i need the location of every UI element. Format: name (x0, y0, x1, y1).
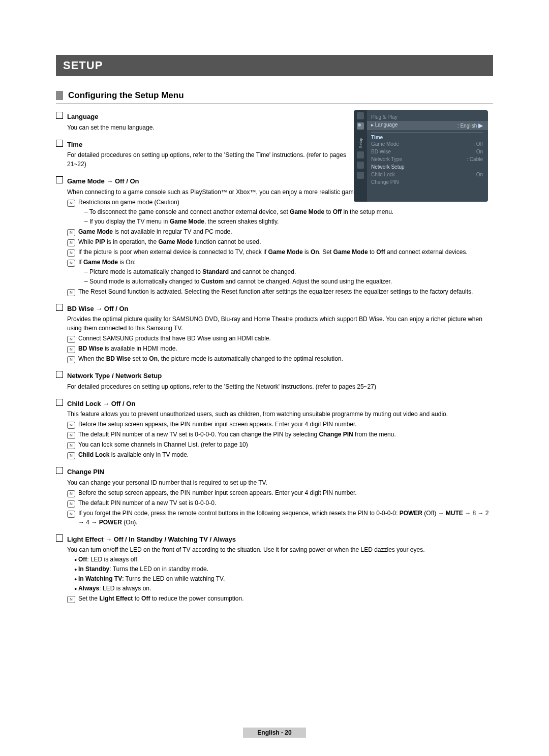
item-light-effect: Light Effect → Off / In Standby / Watchi… (56, 534, 493, 604)
item-child-lock: Child Lock → Off / On This feature allow… (56, 398, 493, 460)
osd-nettype-value: : Cable (467, 156, 483, 162)
note-icon: N (67, 289, 75, 296)
note-icon: N (67, 200, 75, 207)
checkbox-icon (56, 467, 63, 474)
note-text: Before the setup screen appears, the PIN… (78, 488, 493, 497)
item-title: Language (67, 112, 98, 122)
item-title: Time (67, 140, 82, 150)
note-text: While PIP is in operation, the Game Mode… (78, 237, 493, 246)
note-icon: N (67, 249, 75, 257)
section-marker-icon (56, 91, 63, 100)
note-text: If you forget the PIN code, press the re… (78, 509, 493, 527)
footer-page: 20 (285, 729, 291, 736)
osd-tab-icon (357, 151, 364, 159)
checkbox-icon (56, 534, 63, 542)
osd-side-label: Setup (358, 138, 363, 148)
note-text: When the BD Wise set to On, the picture … (78, 354, 493, 363)
osd-time-header: Time (371, 132, 483, 140)
section-heading: Configuring the Setup Menu (56, 90, 493, 104)
note-text: The default PIN number of a new TV set i… (78, 498, 493, 508)
note-text: Connect SAMSUNG products that have BD Wi… (78, 334, 493, 343)
osd-game-mode-value: : Off (473, 141, 483, 147)
osd-bdwise-value: : On (473, 149, 483, 154)
note-text: If the picture is poor when external dev… (78, 247, 493, 257)
note-icon: N (67, 596, 75, 603)
note-icon: N (67, 336, 75, 343)
page-footer: English - 20 (0, 728, 549, 738)
note-icon: N (67, 490, 75, 497)
note-icon: N (67, 229, 75, 236)
item-bd-wise: BD Wise → Off / On Provides the optimal … (56, 303, 493, 364)
note-icon: N (67, 442, 75, 449)
setup-menu-screenshot: Setup Plug & Play ▸ Language : English ▶… (354, 110, 488, 202)
note-text: The default PIN number of a new TV set i… (78, 430, 493, 439)
note-text: The Reset Sound function is activated. S… (78, 287, 493, 296)
osd-bdwise-label: BD Wise (371, 149, 391, 154)
footer-lang: English (257, 729, 279, 736)
item-desc: Provides the optimal picture quality for… (67, 314, 493, 333)
osd-tab-icon (357, 172, 364, 179)
item-desc: This feature allows you to prevent unaut… (67, 410, 493, 419)
osd-childlock-label: Child Lock (371, 172, 395, 177)
osd-language-label: Language (375, 122, 398, 128)
dash-line: Picture mode is automatically changed to… (84, 267, 493, 276)
osd-netsetup-label: Network Setup (371, 164, 405, 170)
checkbox-icon (56, 304, 63, 311)
note-text: Child Lock is available only in TV mode. (78, 450, 493, 459)
note-icon: N (67, 511, 75, 518)
checkbox-icon (56, 399, 63, 406)
item-desc: You can change your personal ID number t… (67, 478, 493, 487)
item-title: Change PIN (67, 467, 104, 477)
bullet-line: In Standby: Turns the LED on in standby … (74, 564, 493, 574)
title-bar: SETUP (56, 55, 493, 76)
osd-plug-play: Plug & Play (371, 114, 398, 120)
section-title: Configuring the Setup Menu (68, 90, 184, 101)
note-icon: N (67, 346, 75, 353)
dash-line: If you display the TV menu in Game Mode,… (84, 217, 493, 226)
note-icon: N (67, 452, 75, 459)
item-title: Game Mode → Off / On (67, 176, 139, 186)
checkbox-icon (56, 176, 63, 183)
note-text: Set the Light Effect to Off to reduce th… (78, 594, 493, 603)
note-icon: N (67, 432, 75, 439)
note-text: Game Mode is not available in regular TV… (78, 227, 493, 236)
bullet-line: Always: LED is always on. (74, 584, 493, 593)
note-text: If Game Mode is On: (78, 258, 493, 267)
svg-point-0 (358, 123, 361, 127)
item-change-pin: Change PIN You can change your personal … (56, 466, 493, 527)
osd-nettype-label: Network Type (371, 156, 402, 162)
osd-tab-icon (357, 162, 364, 169)
note-text: You can lock some channels in Channel Li… (78, 440, 493, 449)
gear-icon (357, 122, 362, 128)
item-title: BD Wise → Off / On (67, 304, 129, 314)
osd-game-mode-label: Game Mode (371, 141, 399, 147)
checkbox-icon (56, 112, 63, 119)
item-desc: For detailed procedures on setting up op… (67, 150, 352, 169)
osd-tab-icon (357, 112, 364, 119)
item-title: Network Type / Network Setup (67, 371, 162, 381)
checkbox-icon (56, 371, 63, 378)
dash-line: To disconnect the game console and conne… (84, 207, 493, 216)
bullet-line: In Watching TV: Turns the LED on while w… (74, 574, 493, 583)
note-icon: N (67, 356, 75, 363)
item-title: Child Lock → Off / On (67, 399, 135, 409)
dash-line: Sound mode is automatically changed to C… (84, 277, 493, 286)
item-desc: For detailed procedures on setting up op… (67, 382, 493, 391)
item-desc: You can turn on/off the LED on the front… (67, 545, 493, 554)
item-network: Network Type / Network Setup For detaile… (56, 370, 493, 391)
note-icon: N (67, 500, 75, 508)
osd-childlock-value: : On (473, 172, 483, 177)
bullet-line: Off: LED is always off. (74, 555, 493, 564)
chevron-right-icon: ▶ (478, 122, 483, 129)
note-text: BD Wise is available in HDMI mode. (78, 344, 493, 353)
note-text: Before the setup screen appears, the PIN… (78, 420, 493, 429)
osd-language-value: : English (458, 123, 477, 129)
note-icon: N (67, 260, 75, 267)
osd-changepin-label: Change PIN (371, 179, 399, 185)
note-icon: N (67, 239, 75, 246)
checkbox-icon (56, 140, 63, 147)
item-title: Light Effect → Off / In Standby / Watchi… (67, 534, 236, 545)
note-icon: N (67, 422, 75, 429)
osd-tab-icon (357, 122, 364, 130)
